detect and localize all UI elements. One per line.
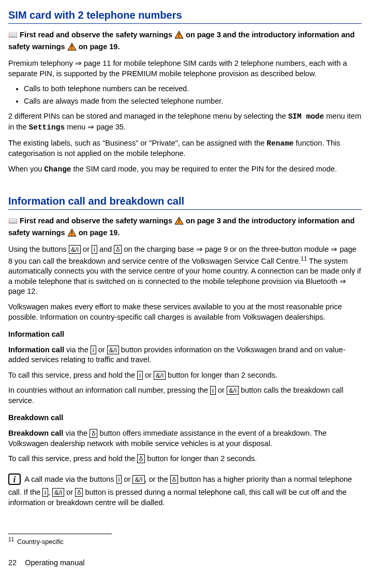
warning-icon: !: [67, 42, 77, 54]
paragraph: Information call via the i or &/i button…: [8, 345, 362, 365]
menu-item-sim-mode: SIM mode: [288, 112, 324, 121]
section-heading-sim: SIM card with 2 telephone numbers: [8, 8, 362, 24]
button-wrench: δ: [137, 454, 145, 463]
info-note: i A call made via the buttons i or &/i, …: [8, 474, 362, 508]
svg-text:!: !: [178, 33, 180, 38]
button-amp-i: &/i: [107, 346, 119, 354]
button-i: i: [42, 488, 48, 497]
footer-label: Operating manual: [25, 558, 84, 567]
button-i: i: [116, 475, 122, 484]
paragraph: Breakdown call via the δ button offers i…: [8, 428, 362, 449]
paragraph: Using the buttons &/i or i and δ on the …: [8, 245, 362, 297]
svg-text:!: !: [71, 45, 72, 50]
list-item: Calls to both telephone numbers can be r…: [24, 84, 362, 94]
svg-text:i: i: [13, 475, 16, 484]
svg-text:!: !: [71, 231, 72, 236]
button-amp-i: &/i: [132, 475, 144, 484]
paragraph: To call this service, press and hold the…: [8, 370, 362, 381]
footnote-separator: [8, 534, 112, 534]
paragraph: Volkswagen makes every effort to make th…: [8, 302, 362, 322]
subheading-breakdown-call: Breakdown call: [8, 413, 362, 423]
button-wrench: δ: [90, 429, 97, 438]
paragraph: To call this service, press and hold the…: [8, 454, 362, 464]
warning-icon: !: [174, 217, 184, 228]
section-heading-info-call: Information call and breakdown call: [8, 194, 362, 210]
svg-text:!: !: [178, 219, 180, 224]
footnote: 11Country-specific: [8, 536, 362, 547]
button-i: i: [92, 245, 97, 254]
button-wrench: δ: [114, 245, 122, 254]
warning-icon: !: [174, 31, 184, 42]
menu-item-settings: Settings: [29, 123, 65, 132]
safety-warning-2: 📖 First read and observe the safety warn…: [8, 216, 362, 239]
function-change: Change: [44, 165, 71, 174]
warning-icon: !: [67, 228, 77, 240]
button-amp-i: &/i: [227, 386, 239, 395]
info-icon: i: [8, 474, 21, 488]
button-i: i: [137, 371, 143, 380]
subheading-info-call: Information call: [8, 329, 362, 340]
list-item: Calls are always made from the selected …: [24, 96, 362, 107]
paragraph: The existing labels, such as "Business" …: [8, 138, 362, 159]
bookmark-icon: 📖: [8, 217, 20, 225]
bullet-list: Calls to both telephone numbers can be r…: [8, 84, 362, 106]
button-amp-i: &/i: [154, 371, 166, 380]
paragraph: When you Change the SIM card mode, you m…: [8, 164, 362, 175]
page-number: 22: [8, 558, 17, 567]
paragraph: Premium telephony ⇒ page 11 for mobile t…: [8, 59, 362, 79]
safety-warning-1: 📖 First read and observe the safety warn…: [8, 30, 362, 53]
button-amp-i: &/i: [52, 488, 64, 497]
button-amp-i: &/i: [69, 245, 81, 254]
paragraph: 2 different PINs can be stored and manag…: [8, 111, 362, 133]
page-footer: 22 Operating manual: [8, 558, 362, 568]
button-i: i: [91, 346, 96, 354]
bookmark-icon: 📖: [8, 31, 20, 39]
function-rename: Rename: [267, 139, 293, 148]
button-i: i: [210, 386, 216, 395]
footnote-ref: 11: [301, 255, 307, 262]
paragraph: In countries without an information call…: [8, 385, 362, 406]
button-wrench: δ: [170, 475, 178, 484]
button-wrench: δ: [75, 488, 83, 497]
